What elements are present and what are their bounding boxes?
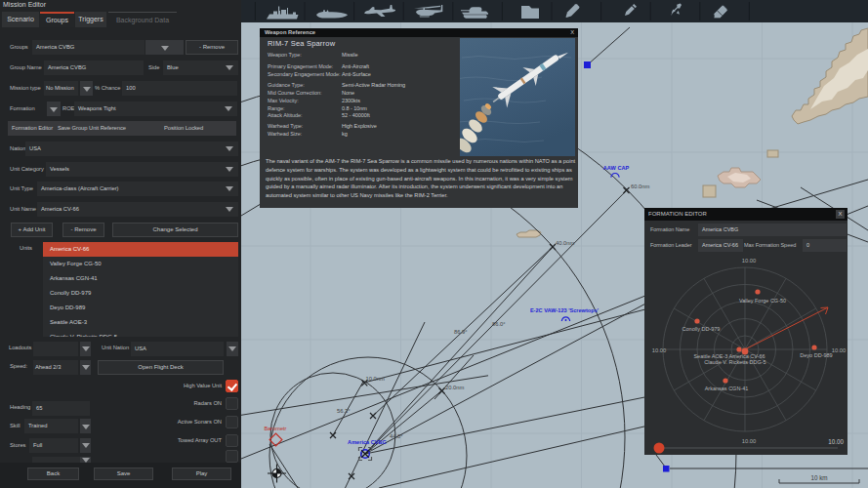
svg-text:Deyo DD-989: Deyo DD-989 [800, 352, 832, 358]
svg-text:Claude V. Ricketts DDG-5: Claude V. Ricketts DDG-5 [704, 359, 765, 365]
svg-text:86.9°: 86.9° [454, 329, 468, 335]
svg-text:20.0nm: 20.0nm [445, 385, 465, 390]
svg-text:10.0nm: 10.0nm [366, 376, 386, 382]
svg-text:Conolly DD-979: Conolly DD-979 [682, 326, 721, 332]
svg-text:Valley Forge CG-50: Valley Forge CG-50 [739, 298, 786, 304]
svg-text:America CVBG: America CVBG [348, 439, 387, 445]
svg-text:10.00: 10.00 [832, 347, 847, 353]
svg-text:40.0nm: 40.0nm [556, 240, 575, 246]
svg-text:44.0°: 44.0° [390, 433, 403, 439]
svg-text:10.00: 10.00 [742, 258, 757, 264]
svg-text:Barometr: Barometr [264, 426, 286, 431]
svg-text:AAW CAP: AAW CAP [603, 165, 630, 171]
svg-text:10 km: 10 km [810, 474, 827, 481]
svg-text:86.0°: 86.0° [492, 321, 506, 327]
svg-text:60.0nm: 60.0nm [631, 183, 650, 189]
svg-text:E-2C VAW-123 'Screwtops': E-2C VAW-123 'Screwtops' [530, 307, 599, 313]
svg-text:Arkansas CGN-41: Arkansas CGN-41 [705, 386, 749, 391]
svg-text:10.00: 10.00 [652, 347, 667, 353]
svg-text:56.3°: 56.3° [337, 408, 351, 414]
